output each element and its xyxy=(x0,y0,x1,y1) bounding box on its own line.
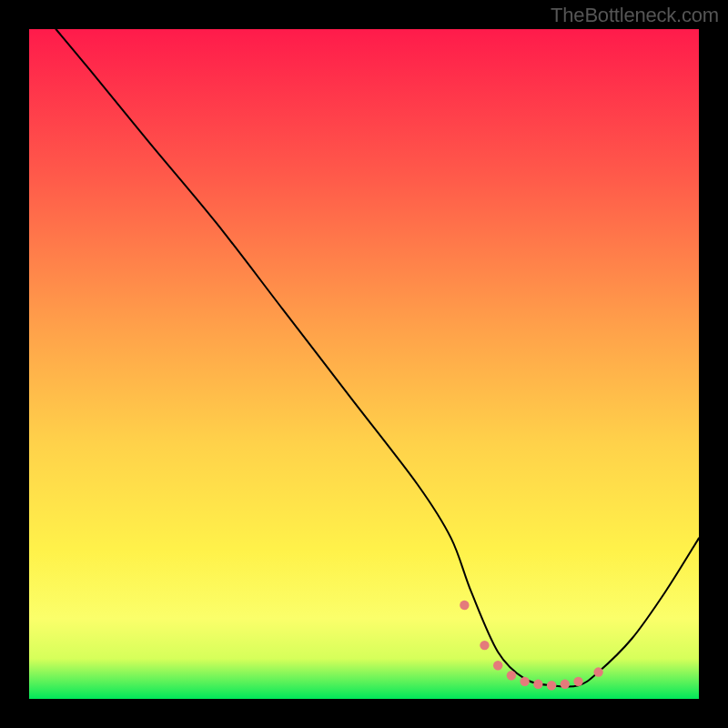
watermark-text: TheBottleneck.com xyxy=(551,4,719,27)
marker-dot xyxy=(547,681,556,690)
marker-dot xyxy=(520,677,529,686)
bottleneck-chart xyxy=(0,0,728,728)
marker-dot xyxy=(561,680,570,689)
marker-dot xyxy=(493,661,502,670)
plot-area-gradient xyxy=(29,29,699,699)
marker-dot xyxy=(573,677,582,686)
chart-frame: TheBottleneck.com xyxy=(0,0,728,728)
marker-dot xyxy=(593,667,602,676)
marker-dot xyxy=(533,680,542,689)
marker-dot xyxy=(460,601,469,610)
marker-dot xyxy=(507,671,516,680)
marker-dot xyxy=(480,641,489,650)
